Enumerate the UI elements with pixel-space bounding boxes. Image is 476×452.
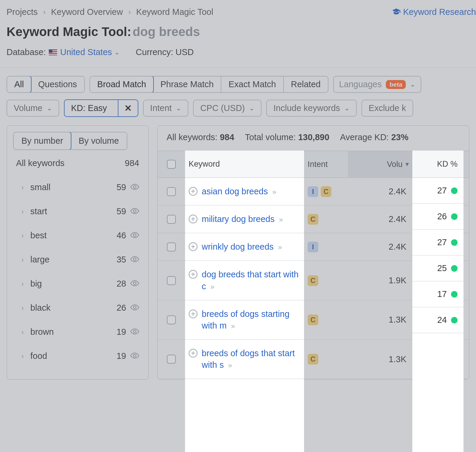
filter-volume[interactable]: Volume⌄ xyxy=(7,100,59,117)
row-checkbox[interactable] xyxy=(167,276,176,285)
kd-cell: 24 xyxy=(412,354,464,364)
eye-icon[interactable] xyxy=(130,255,139,265)
chevron-right-icon: › xyxy=(128,7,131,17)
col-volume[interactable]: Volu▾ xyxy=(348,151,412,177)
col-kd[interactable]: KD % xyxy=(412,160,464,169)
currency-label: Currency: xyxy=(136,47,173,57)
languages-label: Languages xyxy=(339,79,382,89)
sidebar-item-count: 59 xyxy=(117,207,126,216)
tab-questions[interactable]: Questions xyxy=(31,76,84,92)
kd-difficulty-dot xyxy=(451,356,458,362)
tab-phrase-match[interactable]: Phrase Match xyxy=(153,76,221,92)
add-keyword-icon[interactable]: + xyxy=(189,242,198,251)
sidebar-item[interactable]: › start 59 xyxy=(7,199,148,223)
add-keyword-icon[interactable]: + xyxy=(189,187,198,196)
row-checkbox[interactable] xyxy=(167,355,176,364)
select-all-checkbox[interactable] xyxy=(167,160,176,169)
beta-badge: beta xyxy=(386,80,406,89)
chevron-down-icon: ⌄ xyxy=(176,104,181,112)
keyword-link[interactable]: breeds of dogs that start with s » xyxy=(202,348,300,371)
chevron-down-icon: ⌄ xyxy=(47,104,52,112)
sort-by-number[interactable]: By number xyxy=(13,132,71,150)
sidebar-item[interactable]: › brown 19 xyxy=(7,320,148,344)
col-keyword[interactable]: Keyword xyxy=(185,160,304,169)
tab-all[interactable]: All xyxy=(7,76,32,93)
row-checkbox[interactable] xyxy=(167,215,176,224)
sidebar-item-count: 35 xyxy=(117,255,126,265)
table-row: + breeds of dogs starting with m » C 1.3… xyxy=(158,301,469,340)
languages-selector[interactable]: Languages beta ⌄ xyxy=(333,76,422,93)
sidebar-item[interactable]: › large 35 xyxy=(7,248,148,272)
chevron-right-icon: › xyxy=(21,304,24,312)
volume-cell: 2.4K xyxy=(348,242,412,252)
add-keyword-icon[interactable]: + xyxy=(189,270,198,279)
table-row: + dog breeds that start with c » C 1.9K … xyxy=(158,261,469,300)
keyword-link[interactable]: asian dog breeds » xyxy=(202,186,276,197)
eye-icon[interactable] xyxy=(130,327,139,337)
breadcrumb: Projects › Keyword Overview › Keyword Ma… xyxy=(7,7,469,17)
eye-icon[interactable] xyxy=(130,303,139,313)
sidebar-item[interactable]: › best 46 xyxy=(7,223,148,248)
results-panel: All keywords: 984 Total volume: 130,890 … xyxy=(157,125,469,380)
intent-badge-c: C xyxy=(308,275,318,286)
col-cpc[interactable]: CPC (U xyxy=(464,160,469,169)
row-checkbox[interactable] xyxy=(167,315,176,324)
filter-kd-active[interactable]: KD: Easy ✕ xyxy=(64,99,138,117)
eye-icon[interactable] xyxy=(130,279,139,289)
table-row: + military dog breeds » C 2.4K 26 1.1 xyxy=(158,206,469,233)
double-chevron-icon: » xyxy=(226,361,232,369)
add-keyword-icon[interactable]: + xyxy=(189,215,198,223)
tab-exact-match[interactable]: Exact Match xyxy=(221,76,284,92)
table-header: Keyword Intent Volu▾ KD % CPC (U xyxy=(158,151,469,178)
close-icon[interactable]: ✕ xyxy=(118,100,138,116)
tab-related[interactable]: Related xyxy=(284,76,328,92)
keyword-link[interactable]: dog breeds that start with c » xyxy=(202,269,300,292)
tool-name: Keyword Magic Tool: xyxy=(7,25,131,39)
summary-kd-value: 23% xyxy=(391,132,408,142)
filter-exclude[interactable]: Exclude k xyxy=(361,100,413,117)
database-selector[interactable]: United States ⌄ xyxy=(60,47,120,57)
sidebar-item-count: 19 xyxy=(117,327,126,337)
filter-intent[interactable]: Intent⌄ xyxy=(143,100,189,117)
keyword-link[interactable]: breeds of dogs starting with m » xyxy=(202,308,300,331)
sidebar-item[interactable]: › big 28 xyxy=(7,272,148,296)
breadcrumb-overview[interactable]: Keyword Overview xyxy=(51,7,123,17)
sidebar-item[interactable]: › food 19 xyxy=(7,344,148,368)
col-intent[interactable]: Intent xyxy=(304,160,348,169)
summary-kd-label: Average KD: xyxy=(340,132,389,142)
eye-icon[interactable] xyxy=(130,351,139,361)
row-checkbox[interactable] xyxy=(167,187,176,196)
cpc-cell: 1.1 xyxy=(464,214,469,224)
add-keyword-icon[interactable]: + xyxy=(189,309,198,318)
chevron-right-icon: › xyxy=(43,7,46,17)
sort-by-volume[interactable]: By volume xyxy=(71,132,126,149)
eye-icon[interactable] xyxy=(130,231,139,240)
sidebar-item[interactable]: › small 59 xyxy=(7,175,148,199)
us-flag-icon xyxy=(49,49,57,55)
eye-icon[interactable] xyxy=(130,182,139,192)
kd-difficulty-dot xyxy=(451,277,458,284)
add-keyword-icon[interactable]: + xyxy=(189,349,198,358)
sidebar-item-label: best xyxy=(30,231,47,240)
tab-broad-match[interactable]: Broad Match xyxy=(90,76,154,93)
keyword-link[interactable]: wrinkly dog breeds » xyxy=(202,241,282,253)
sidebar-all-keywords[interactable]: All keywords 984 xyxy=(7,158,148,175)
sidebar-item[interactable]: › black 26 xyxy=(7,296,148,320)
row-checkbox[interactable] xyxy=(167,243,176,251)
chevron-down-icon: ⌄ xyxy=(249,104,254,112)
filter-cpc[interactable]: CPC (USD)⌄ xyxy=(193,100,262,117)
filter-include[interactable]: Include keywords⌄ xyxy=(266,100,357,117)
keyword-link[interactable]: military dog breeds » xyxy=(202,213,283,225)
sidebar-item-label: food xyxy=(30,351,47,361)
eye-icon[interactable] xyxy=(130,207,139,216)
divider xyxy=(0,67,476,68)
keyword-research-link[interactable]: Keyword Research xyxy=(392,7,476,17)
svg-point-4 xyxy=(134,282,136,285)
cpc-cell: 0.0 xyxy=(464,276,469,285)
match-type-segment: Broad Match Phrase Match Exact Match Rel… xyxy=(90,76,328,93)
sidebar-item-count: 26 xyxy=(117,303,126,313)
volume-cell: 2.4K xyxy=(348,187,412,196)
cpc-cell: 0.0 xyxy=(464,354,469,364)
breadcrumb-projects[interactable]: Projects xyxy=(7,7,38,17)
kd-cell: 27 xyxy=(412,242,464,252)
